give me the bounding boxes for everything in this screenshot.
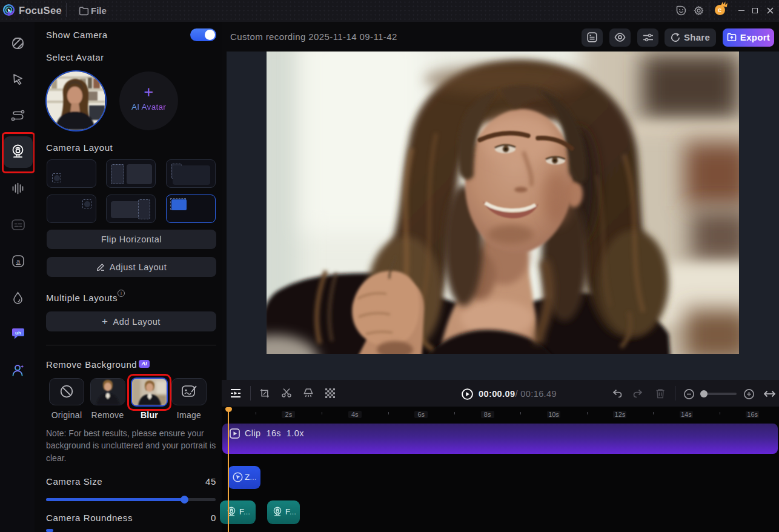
svg-text:a: a xyxy=(16,258,21,265)
svg-text:uh: uh xyxy=(15,330,21,336)
